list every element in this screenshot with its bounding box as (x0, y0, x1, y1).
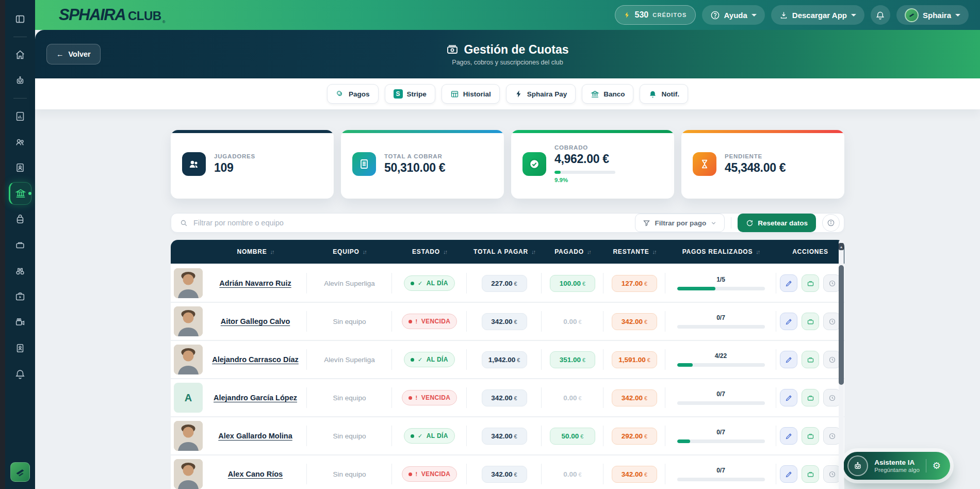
tab-sphaira-pay[interactable]: Sphaira Pay (506, 84, 576, 104)
sidebar-item-payments-bank[interactable] (9, 182, 31, 205)
sidebar-item-video-library[interactable] (9, 285, 31, 308)
payments-folder-button[interactable] (802, 313, 819, 330)
tab-stripe[interactable]: S Stripe (385, 84, 435, 104)
sidebar-item-video-camera[interactable] (9, 311, 31, 334)
logo-suffix: CLUB (128, 9, 161, 23)
edit-button[interactable] (780, 313, 797, 330)
sidebar-item-equipment-backpack[interactable] (9, 208, 31, 231)
edit-button[interactable] (780, 389, 797, 406)
table-row: Adrián Navarro Ruiz Alevín Superliga ✓AL… (171, 265, 844, 302)
back-button[interactable]: ← Volver (46, 44, 101, 64)
main-area: SPHAIRA CLUB ® 530 CRÉDITOS Ayuda (35, 0, 980, 489)
player-name-link[interactable]: Alejandro García López (214, 394, 297, 402)
column-header-total-a-pagar[interactable]: TOTAL A PAGAR↓↑ (467, 248, 542, 255)
tab-banco[interactable]: Banco (582, 84, 633, 104)
user-menu[interactable]: Sphaira (896, 5, 969, 25)
topbar: SPHAIRA CLUB ® 530 CRÉDITOS Ayuda (35, 0, 980, 30)
sidebar-item-players[interactable] (9, 131, 31, 153)
player-name-link[interactable]: Alex Gallardo Molina (218, 432, 292, 440)
column-header-pagos-realizados[interactable]: PAGOS REALIZADOS↓↑ (665, 248, 776, 255)
sidebar-item-notifications-bell[interactable] (9, 363, 31, 385)
cobrado-progress-label: 9.9% (554, 177, 615, 183)
ai-assistant-widget[interactable]: Asistente IA Pregúntame algo ⚙ (843, 452, 950, 480)
divider (926, 459, 926, 472)
payments-folder-button[interactable] (802, 351, 819, 368)
sidebar-item-ai-robot[interactable] (9, 69, 31, 92)
page-subtitle: Pagos, cobros y suscripciones del club (452, 59, 563, 66)
notifications-bell-button[interactable] (871, 5, 890, 25)
topbar-controls: 530 CRÉDITOS Ayuda Descargar App (615, 5, 969, 25)
column-header-pagado[interactable]: PAGADO↓↑ (542, 248, 603, 255)
sidebar-item-id-card[interactable] (9, 337, 31, 360)
question-circle-icon (710, 10, 720, 20)
history-clock-button[interactable] (823, 313, 841, 330)
card-total-a-cobrar: TOTAL A COBRAR 50,310.00 € (341, 130, 504, 199)
history-clock-button[interactable] (823, 351, 841, 368)
edit-button[interactable] (780, 465, 797, 483)
player-photo-avatar (174, 268, 203, 298)
tab-historial[interactable]: Historial (442, 84, 500, 104)
bolt-icon (515, 90, 523, 98)
filter-by-payment-dropdown[interactable]: Filtrar por pago (635, 214, 725, 232)
sidebar-item-player-documents[interactable] (9, 156, 31, 179)
payments-folder-button[interactable] (802, 274, 819, 292)
column-header-equipo[interactable]: EQUIPO↓↑ (307, 248, 392, 255)
credits-label: CRÉDITOS (652, 12, 687, 18)
history-clock-button[interactable] (823, 389, 841, 406)
sidebar-club-logo[interactable] (10, 462, 30, 482)
sidebar-item-home[interactable] (9, 43, 31, 66)
scrollbar-thumb[interactable] (839, 265, 844, 385)
stat-cards: JUGADORES 109 TOTAL A COBRAR 50,310.00 € (171, 130, 844, 199)
sidebar-item-storage-drawer[interactable] (9, 234, 31, 256)
download-app-button[interactable]: Descargar App (771, 5, 864, 25)
history-clock-button[interactable] (823, 465, 841, 483)
bell-icon (648, 90, 657, 99)
player-name-link[interactable]: Alex Cano Ríos (228, 470, 283, 478)
card-cobrado: COBRADO 4,962.00 € 9.9% (511, 130, 674, 199)
sidebar-item-scouting-binoculars[interactable] (9, 259, 31, 282)
scroll-up-button[interactable]: ▲ (839, 243, 844, 250)
player-name-link[interactable]: Adrián Navarro Ruiz (219, 279, 291, 287)
payments-folder-button[interactable] (802, 389, 819, 406)
stat-label: PENDIENTE (725, 153, 786, 159)
edit-button[interactable] (780, 351, 797, 368)
status-badge: ✓AL DÍA (404, 275, 455, 291)
column-header-acciones: ACCIONES (776, 248, 844, 255)
stat-value: 50,310.00 € (384, 161, 445, 175)
paid-amount: 0.00€ (550, 389, 595, 406)
tab-notif[interactable]: Notif. (640, 84, 688, 104)
edit-button[interactable] (780, 274, 797, 292)
info-button[interactable] (822, 214, 840, 232)
player-name-link[interactable]: Alejandro Carrasco Díaz (212, 355, 299, 364)
tab-pagos[interactable]: Pagos (327, 84, 379, 104)
assistant-title: Asistente IA (874, 459, 920, 466)
arrow-left-icon: ← (56, 50, 64, 58)
payments-folder-button[interactable] (802, 465, 819, 483)
column-header-estado[interactable]: ESTADO↓↑ (392, 248, 467, 255)
sidebar-item-stats-clipboard[interactable] (9, 105, 31, 127)
sidebar-divider (13, 37, 27, 37)
help-button[interactable]: Ayuda (702, 5, 765, 25)
total-amount: 227.00€ (482, 275, 527, 292)
column-header-restante[interactable]: RESTANTE↓↑ (603, 248, 665, 255)
reset-data-button[interactable]: Resetear datos (738, 214, 816, 232)
column-header-nombre[interactable]: NOMBRE↓↑ (204, 248, 307, 255)
gear-icon[interactable]: ⚙ (933, 460, 941, 471)
bolt-icon (624, 11, 631, 19)
team-label: Sin equipo (333, 432, 366, 440)
table-body: Adrián Navarro Ruiz Alevín Superliga ✓AL… (171, 265, 844, 489)
panel-toggle-icon[interactable] (9, 8, 31, 30)
payments-folder-button[interactable] (802, 427, 819, 445)
funnel-icon (643, 219, 650, 227)
edit-button[interactable] (780, 427, 797, 445)
paid-amount: 0.00€ (550, 466, 595, 483)
search-input[interactable] (193, 219, 629, 227)
history-clock-button[interactable] (823, 274, 841, 292)
total-amount: 342.00€ (482, 428, 527, 445)
player-name-link[interactable]: Aitor Gallego Calvo (221, 317, 290, 325)
credits-badge[interactable]: 530 CRÉDITOS (615, 5, 696, 25)
table-scrollbar[interactable]: ▲ (839, 240, 844, 489)
team-label: Sin equipo (333, 470, 366, 478)
history-clock-button[interactable] (823, 427, 841, 445)
user-avatar (905, 8, 919, 22)
